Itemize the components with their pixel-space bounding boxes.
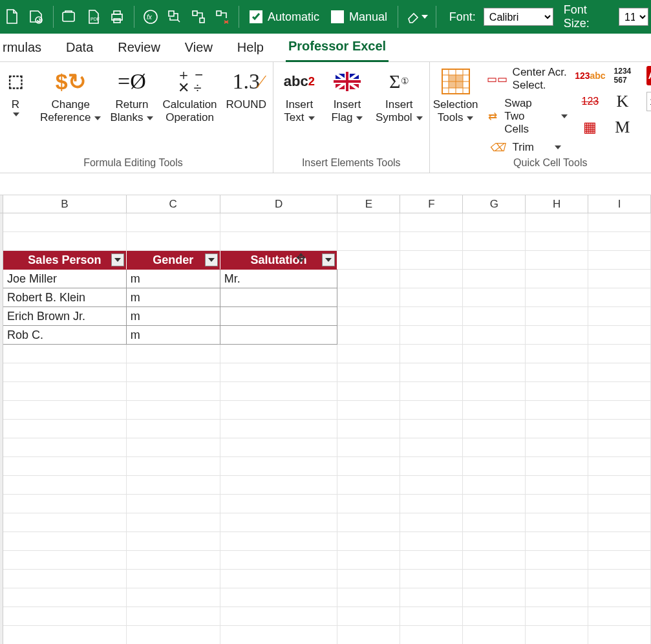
center-across-selection-button[interactable]: ▭▭ Center Acr. Select. [488, 66, 568, 92]
cell[interactable] [400, 345, 463, 363]
cell[interactable] [127, 532, 220, 551]
cell[interactable] [3, 588, 127, 607]
cell[interactable] [220, 551, 338, 570]
cell[interactable] [400, 307, 463, 326]
table-cell[interactable]: Rob C. [3, 326, 127, 345]
cell[interactable] [3, 626, 127, 644]
cell[interactable] [220, 476, 338, 495]
cell[interactable] [3, 345, 127, 363]
refresh-file-icon[interactable] [27, 6, 47, 28]
cell[interactable] [127, 382, 220, 401]
cell[interactable] [588, 513, 651, 532]
cell[interactable] [3, 213, 127, 232]
cell[interactable] [588, 626, 651, 644]
attach-icon[interactable] [60, 6, 80, 28]
calculation-operation-button[interactable]: ＋ −✕ ÷ CalculationOperation [162, 66, 217, 125]
fontsize-select[interactable]: 11 [619, 8, 648, 26]
cell[interactable] [463, 570, 526, 588]
cell[interactable] [588, 213, 651, 232]
cell[interactable] [463, 420, 526, 438]
cell[interactable] [526, 551, 588, 570]
cell[interactable] [220, 401, 338, 420]
table-tool-icon[interactable]: ▦ [581, 118, 600, 137]
cell[interactable] [3, 457, 127, 476]
cell[interactable] [3, 495, 127, 513]
cell[interactable] [400, 476, 463, 495]
table-cell[interactable]: Mr. [220, 270, 338, 288]
cell[interactable] [463, 382, 526, 401]
col-header-E[interactable]: E [337, 195, 400, 213]
cell[interactable] [337, 401, 400, 420]
return-blanks-button[interactable]: =Ø ReturnBlanks [110, 66, 153, 125]
cell[interactable] [3, 401, 127, 420]
cell[interactable] [463, 232, 526, 251]
cell[interactable] [127, 588, 220, 607]
cell[interactable] [400, 551, 463, 570]
cell[interactable] [127, 570, 220, 588]
cell[interactable] [337, 326, 400, 345]
cell[interactable] [463, 401, 526, 420]
arrow-more-icon[interactable]: ◂ [645, 118, 651, 137]
cell[interactable] [526, 251, 588, 270]
calc-manual-checkbox[interactable]: Manual [331, 10, 387, 24]
cell[interactable] [463, 345, 526, 363]
cell[interactable] [220, 532, 338, 551]
col-header-F[interactable]: F [400, 195, 463, 213]
cell[interactable] [337, 251, 400, 270]
cell[interactable] [526, 588, 588, 607]
cell[interactable] [588, 588, 651, 607]
cell[interactable] [400, 457, 463, 476]
cell[interactable] [127, 551, 220, 570]
cell[interactable] [220, 420, 338, 438]
remove-trace-icon[interactable] [212, 6, 232, 28]
cell[interactable] [526, 607, 588, 626]
cell[interactable] [400, 588, 463, 607]
cell[interactable] [463, 476, 526, 495]
cell[interactable] [337, 288, 400, 307]
cell[interactable] [400, 326, 463, 345]
cell[interactable] [526, 513, 588, 532]
table-cell[interactable]: m [127, 288, 220, 307]
cell[interactable] [400, 382, 463, 401]
cell[interactable] [588, 420, 651, 438]
cell[interactable] [526, 382, 588, 401]
cell[interactable] [463, 438, 526, 457]
cell[interactable] [337, 363, 400, 382]
cell[interactable] [526, 213, 588, 232]
cell[interactable] [588, 476, 651, 495]
table-cell[interactable]: Joe Miller [3, 270, 127, 288]
cell[interactable] [526, 232, 588, 251]
tab-view[interactable]: View [182, 35, 215, 61]
cell[interactable] [588, 570, 651, 588]
cell[interactable] [526, 288, 588, 307]
cell[interactable] [337, 270, 400, 288]
col-header-G[interactable]: G [463, 195, 526, 213]
cell[interactable] [400, 532, 463, 551]
cell[interactable] [337, 213, 400, 232]
selection-tools-button[interactable]: SelectionTools [436, 66, 475, 125]
trace-icon[interactable] [188, 6, 208, 28]
col-header-B[interactable]: B [3, 195, 127, 213]
cell[interactable] [463, 532, 526, 551]
cell[interactable] [463, 551, 526, 570]
cell[interactable] [463, 213, 526, 232]
cell[interactable] [400, 495, 463, 513]
cell[interactable] [127, 401, 220, 420]
table-cell[interactable]: Robert B. Klein [3, 288, 127, 307]
cell[interactable] [526, 307, 588, 326]
cell[interactable] [588, 457, 651, 476]
cell[interactable] [400, 270, 463, 288]
cell[interactable] [220, 438, 338, 457]
cell[interactable] [127, 438, 220, 457]
tab-formulas[interactable]: rmulas [0, 35, 44, 61]
cell[interactable] [127, 232, 220, 251]
cell[interactable] [588, 345, 651, 363]
name-manager-icon[interactable] [165, 6, 185, 28]
table-header-salutation[interactable]: Salutation [220, 251, 338, 270]
cell[interactable] [463, 288, 526, 307]
cell[interactable] [220, 626, 338, 644]
cell[interactable] [337, 476, 400, 495]
cell[interactable] [127, 476, 220, 495]
cell[interactable] [337, 345, 400, 363]
cell[interactable] [3, 420, 127, 438]
